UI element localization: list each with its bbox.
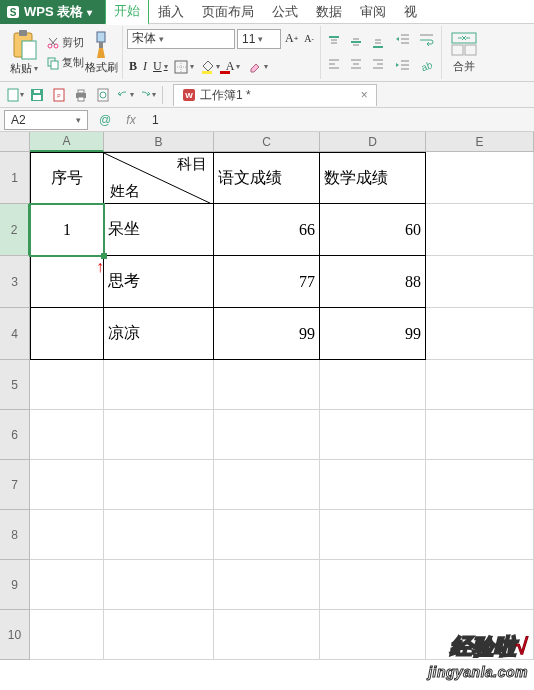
cell-C2[interactable]: 66 — [214, 204, 320, 256]
col-header-C[interactable]: C — [214, 132, 320, 152]
close-tab-icon[interactable]: × — [361, 88, 368, 102]
cell-A1[interactable]: 序号 — [30, 152, 104, 204]
row-header-9[interactable]: 9 — [0, 560, 30, 610]
print-button[interactable] — [71, 85, 91, 105]
tab-start[interactable]: 开始 — [105, 0, 149, 25]
cell-B3[interactable]: 思考 — [104, 256, 214, 308]
fx-at-button[interactable]: @ — [92, 110, 118, 130]
increase-font-button[interactable]: A+ — [283, 29, 300, 49]
cell-E1[interactable] — [426, 152, 534, 204]
format-painter-button[interactable]: 格式刷 — [84, 30, 118, 75]
cell-E2[interactable] — [426, 204, 534, 256]
cell-A5[interactable] — [30, 360, 104, 410]
cell-D2[interactable]: 60 — [320, 204, 426, 256]
cell-E7[interactable] — [426, 460, 534, 510]
cell-D8[interactable] — [320, 510, 426, 560]
align-right-button[interactable] — [369, 54, 389, 74]
row-header-5[interactable]: 5 — [0, 360, 30, 410]
align-bottom-button[interactable] — [369, 32, 389, 52]
cell-A7[interactable] — [30, 460, 104, 510]
cell-C1[interactable]: 语文成绩 — [214, 152, 320, 204]
row-header-1[interactable]: 1 — [0, 152, 30, 204]
cell-A9[interactable] — [30, 560, 104, 610]
align-left-button[interactable] — [325, 54, 345, 74]
col-header-E[interactable]: E — [426, 132, 534, 152]
row-header-3[interactable]: 3 — [0, 256, 30, 308]
redo-button[interactable]: ▾ — [137, 85, 157, 105]
bold-button[interactable]: B — [127, 57, 139, 77]
border-button[interactable]: ▾ — [172, 57, 196, 77]
cell-A2[interactable]: 1 — [30, 204, 104, 256]
cell-C6[interactable] — [214, 410, 320, 460]
row-header-2[interactable]: 2 — [0, 204, 30, 256]
save-button[interactable] — [27, 85, 47, 105]
paste-button[interactable]: 粘贴▾ — [4, 29, 44, 76]
clear-format-button[interactable]: ▾ — [246, 57, 270, 77]
tab-insert[interactable]: 插入 — [149, 0, 193, 24]
formula-input[interactable]: 1 — [144, 113, 534, 127]
italic-button[interactable]: I — [141, 57, 149, 77]
align-top-button[interactable] — [325, 32, 345, 52]
cell-D1[interactable]: 数学成绩 — [320, 152, 426, 204]
cell-B4[interactable]: 凉凉 — [104, 308, 214, 360]
cell-A8[interactable] — [30, 510, 104, 560]
increase-indent-button[interactable] — [393, 56, 413, 76]
font-name-select[interactable]: 宋体▾ — [127, 29, 235, 49]
row-header-8[interactable]: 8 — [0, 510, 30, 560]
cell-B6[interactable] — [104, 410, 214, 460]
cell-A6[interactable] — [30, 410, 104, 460]
cell-B1[interactable]: 科目 姓名 — [104, 152, 214, 204]
fx-button[interactable]: fx — [118, 110, 144, 130]
select-all-button[interactable] — [0, 132, 30, 152]
col-header-D[interactable]: D — [320, 132, 426, 152]
cell-C9[interactable] — [214, 560, 320, 610]
decrease-indent-button[interactable] — [393, 30, 413, 50]
cell-E9[interactable] — [426, 560, 534, 610]
tab-view[interactable]: 视 — [395, 0, 426, 24]
copy-button[interactable]: 复制 — [46, 54, 84, 72]
cell-D10[interactable] — [320, 610, 426, 660]
print-preview-button[interactable] — [93, 85, 113, 105]
cell-B8[interactable] — [104, 510, 214, 560]
align-center-button[interactable] — [347, 54, 367, 74]
cell-C7[interactable] — [214, 460, 320, 510]
cell-D4[interactable]: 99 — [320, 308, 426, 360]
row-header-7[interactable]: 7 — [0, 460, 30, 510]
col-header-B[interactable]: B — [104, 132, 214, 152]
cell-D6[interactable] — [320, 410, 426, 460]
cell-C3[interactable]: 77 — [214, 256, 320, 308]
wrap-text-button[interactable] — [417, 30, 437, 50]
cell-D9[interactable] — [320, 560, 426, 610]
decrease-font-button[interactable]: A- — [302, 29, 316, 49]
orientation-button[interactable]: ab — [417, 56, 437, 76]
align-middle-button[interactable] — [347, 32, 367, 52]
cell-E8[interactable] — [426, 510, 534, 560]
tab-layout[interactable]: 页面布局 — [193, 0, 263, 24]
new-button[interactable]: ▾ — [5, 85, 25, 105]
cell-A4[interactable] — [30, 308, 104, 360]
fill-color-button[interactable]: ▾ — [198, 57, 222, 77]
cell-D7[interactable] — [320, 460, 426, 510]
row-header-10[interactable]: 10 — [0, 610, 30, 660]
font-size-select[interactable]: 11▾ — [237, 29, 281, 49]
row-header-4[interactable]: 4 — [0, 308, 30, 360]
undo-button[interactable]: ▾ — [115, 85, 135, 105]
cell-B9[interactable] — [104, 560, 214, 610]
app-dropdown-icon[interactable]: ▾ — [87, 7, 92, 18]
cell-B7[interactable] — [104, 460, 214, 510]
cell-A10[interactable] — [30, 610, 104, 660]
cell-C8[interactable] — [214, 510, 320, 560]
export-pdf-button[interactable]: P — [49, 85, 69, 105]
cell-E4[interactable] — [426, 308, 534, 360]
tab-formula[interactable]: 公式 — [263, 0, 307, 24]
cell-E5[interactable] — [426, 360, 534, 410]
cell-E3[interactable] — [426, 256, 534, 308]
col-header-A[interactable]: A — [30, 132, 104, 152]
underline-button[interactable]: U▾ — [151, 57, 170, 77]
cell-A3[interactable] — [30, 256, 104, 308]
cell-B10[interactable] — [104, 610, 214, 660]
cell-C4[interactable]: 99 — [214, 308, 320, 360]
tab-data[interactable]: 数据 — [307, 0, 351, 24]
document-tab[interactable]: W 工作簿1 * × — [173, 84, 377, 106]
tab-review[interactable]: 审阅 — [351, 0, 395, 24]
